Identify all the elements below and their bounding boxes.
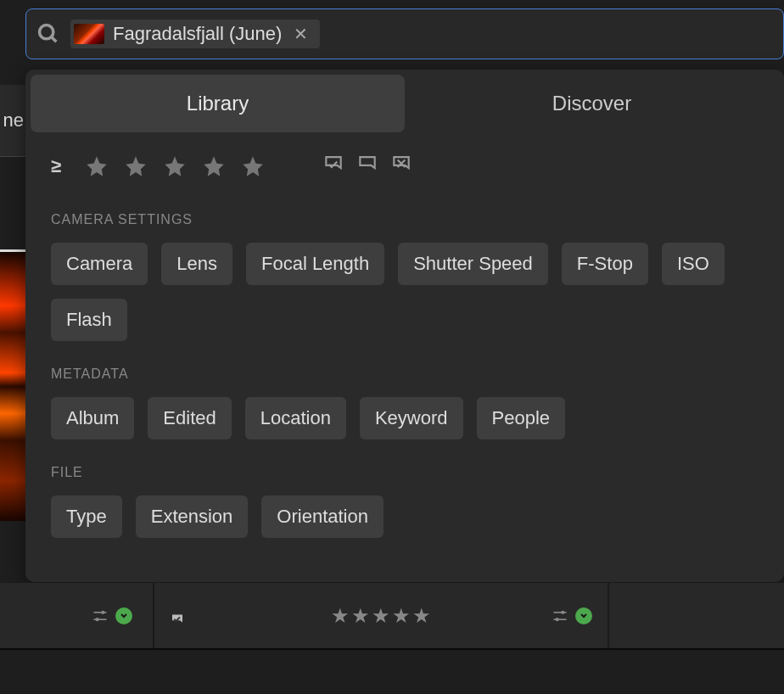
chip-type[interactable]: Type bbox=[51, 495, 122, 538]
chip-extension[interactable]: Extension bbox=[136, 495, 249, 538]
svg-line-1 bbox=[52, 37, 57, 42]
filter-panel: Library Discover ≥ CAMERA SETTINGS Camer bbox=[25, 70, 784, 582]
chip-lens[interactable]: Lens bbox=[161, 243, 232, 285]
section-camera-settings: CAMERA SETTINGS Camera Lens Focal Length… bbox=[25, 187, 784, 341]
star-icon: ★ bbox=[351, 604, 370, 628]
section-title: FILE bbox=[51, 465, 759, 480]
svg-point-8 bbox=[561, 610, 564, 613]
sliders-icon[interactable] bbox=[92, 607, 109, 624]
sync-status-icon[interactable] bbox=[115, 607, 132, 624]
section-title: CAMERA SETTINGS bbox=[51, 212, 759, 227]
filmstrip-cell-1 bbox=[0, 583, 154, 648]
flag-picked-icon[interactable] bbox=[170, 613, 185, 629]
chip-focal-length[interactable]: Focal Length bbox=[246, 243, 384, 285]
svg-point-4 bbox=[101, 610, 104, 613]
search-icon bbox=[36, 22, 60, 46]
star-icon: ★ bbox=[331, 604, 350, 628]
chip-location[interactable]: Location bbox=[245, 397, 346, 439]
left-label-fragment: ne bbox=[0, 85, 25, 157]
rating-display[interactable]: ★ ★ ★ ★ ★ bbox=[331, 604, 431, 628]
tabs: Library Discover bbox=[25, 70, 784, 137]
chip-album[interactable]: Album bbox=[51, 397, 134, 439]
chip-f-stop[interactable]: F-Stop bbox=[562, 243, 648, 285]
star-2[interactable] bbox=[124, 154, 148, 178]
section-metadata: METADATA Album Edited Location Keyword P… bbox=[25, 341, 784, 439]
star-icon: ★ bbox=[392, 604, 411, 628]
chip-camera[interactable]: Camera bbox=[51, 243, 148, 285]
flag-rejected-icon[interactable] bbox=[390, 155, 412, 177]
close-icon[interactable]: ✕ bbox=[290, 24, 311, 44]
flag-group bbox=[322, 155, 412, 177]
section-title: METADATA bbox=[51, 367, 759, 382]
chip-keyword[interactable]: Keyword bbox=[360, 397, 463, 439]
filmstrip-toolbar: ★ ★ ★ ★ ★ bbox=[0, 582, 784, 650]
flag-unflagged-icon[interactable] bbox=[356, 155, 378, 177]
tag-label: Fagradalsfjall (June) bbox=[113, 23, 282, 45]
search-filter-tag[interactable]: Fagradalsfjall (June) ✕ bbox=[70, 20, 320, 48]
flag-picked-icon[interactable] bbox=[322, 155, 344, 177]
chip-people[interactable]: People bbox=[477, 397, 566, 439]
star-icon: ★ bbox=[372, 604, 390, 628]
star-1[interactable] bbox=[85, 154, 109, 178]
tab-library[interactable]: Library bbox=[31, 75, 405, 132]
chip-shutter-speed[interactable]: Shutter Speed bbox=[398, 243, 548, 285]
chip-orientation[interactable]: Orientation bbox=[261, 495, 384, 538]
tab-discover[interactable]: Discover bbox=[405, 75, 779, 132]
filmstrip-cell-2: ★ ★ ★ ★ ★ bbox=[154, 583, 609, 648]
tag-thumbnail bbox=[74, 24, 104, 44]
left-thumbnail-strip bbox=[0, 249, 25, 521]
rating-flag-row: ≥ bbox=[25, 137, 784, 187]
chip-edited[interactable]: Edited bbox=[148, 397, 231, 439]
star-4[interactable] bbox=[202, 154, 226, 178]
star-5[interactable] bbox=[241, 154, 265, 178]
svg-point-5 bbox=[96, 618, 99, 621]
svg-point-9 bbox=[556, 618, 559, 621]
sync-status-icon[interactable] bbox=[575, 607, 592, 624]
chip-iso[interactable]: ISO bbox=[662, 243, 725, 285]
star-3[interactable] bbox=[163, 154, 187, 178]
sliders-icon[interactable] bbox=[552, 607, 568, 624]
chip-flash[interactable]: Flash bbox=[51, 299, 127, 341]
section-file: FILE Type Extension Orientation bbox=[25, 439, 784, 538]
search-bar[interactable]: Fagradalsfjall (June) ✕ bbox=[25, 8, 784, 59]
svg-point-0 bbox=[40, 25, 53, 39]
star-icon: ★ bbox=[412, 604, 431, 628]
gte-icon[interactable]: ≥ bbox=[51, 155, 61, 177]
